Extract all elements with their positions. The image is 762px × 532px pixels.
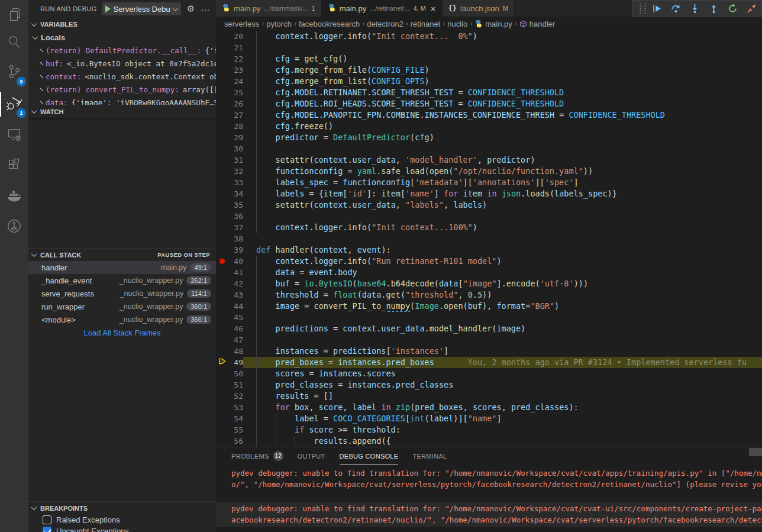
variables-scope-locals[interactable]: Locals [28,31,216,44]
gutter-glyph[interactable] [216,154,228,166]
step-out-button[interactable] [708,3,719,14]
variable-row[interactable]: context:<nuclio_sdk.context.Context obje… [28,70,216,83]
more-actions-icon[interactable]: ··· [201,4,209,14]
step-into-button[interactable] [689,3,700,14]
watch-section-header[interactable]: WATCH [28,105,216,118]
start-debug-icon[interactable] [105,5,111,12]
gutter-glyph[interactable] [216,76,228,87]
editor-tab-main-py[interactable]: main.py.../siammask/...1 [216,0,322,17]
gutter-glyph[interactable] [216,222,228,233]
variable-row[interactable]: buf:<_io.BytesIO object at 0x7f5a2dc1ecc… [28,57,216,70]
breadcrumb-item-pytorch[interactable]: pytorch [266,20,292,28]
restart-button[interactable] [727,3,738,14]
toolbar-drag-handle[interactable]: ⢸⢸⢸⢸ [637,3,643,14]
breadcrumb-item-facebookresearch[interactable]: facebookresearch [299,20,360,28]
panel-tab-debug-console[interactable]: DEBUG CONSOLE [340,447,399,465]
panel-scrollbar-thumb[interactable] [749,448,762,456]
gutter-glyph[interactable] [216,312,228,323]
panel-tab-terminal[interactable]: TERMINAL [412,447,447,465]
activity-item-resource-monitor[interactable] [0,214,28,241]
gutter-glyph[interactable] [216,177,228,188]
stack-frame-row[interactable]: serve_requests_nuclio_wrapper.py114:1 [28,287,216,300]
gutter-glyph[interactable] [216,413,228,424]
gutter-glyph[interactable] [216,65,228,76]
gutter-glyph[interactable] [216,391,228,402]
gutter-glyph[interactable] [216,402,228,413]
breakpoint-checkbox[interactable] [43,515,51,524]
activity-item-source-control[interactable]: 8 [0,59,28,86]
frame-location: _nuclio_wrapper.py114:1 [120,289,211,298]
code-token: ) [425,65,430,75]
breadcrumb-item-nuclio[interactable]: nuclio [447,20,467,28]
indent-guide [256,436,257,447]
gutter-glyph[interactable] [216,278,228,289]
step-over-button[interactable] [670,3,681,14]
activity-item-run-debug[interactable]: 1 [0,91,28,118]
editor-tab-main-py[interactable]: main.py.../retinanet/...4, M× [322,0,443,17]
activity-item-remote-explorer[interactable] [0,122,28,149]
gutter-glyph[interactable] [216,143,228,154]
close-icon[interactable]: × [431,4,436,14]
gutter-glyph[interactable] [216,323,228,334]
breadcrumb-item-detectron2[interactable]: detectron2 [367,20,403,28]
gutter-glyph[interactable] [216,121,228,132]
gutter-glyph[interactable] [216,98,228,109]
gutter-glyph[interactable] [216,166,228,177]
activity-item-files[interactable] [0,2,28,30]
gutter-glyph[interactable] [216,379,228,391]
gutter-glyph[interactable] [216,289,228,301]
gear-icon[interactable]: ⚙ [187,4,195,14]
stack-frame-row[interactable]: _handle_event_nuclio_wrapper.py262:1 [28,274,216,287]
gutter-glyph[interactable] [216,87,228,98]
gutter-glyph[interactable] [216,188,228,199]
line-number: 54 [228,413,243,424]
gutter-glyph[interactable] [216,109,228,121]
load-all-stack-frames-link[interactable]: Load All Stack Frames [28,326,216,339]
variable-row[interactable]: data:{'image': 'iVBORw0KGgoAAAANSUhE…55 [28,96,216,105]
gutter-glyph[interactable] [216,436,228,447]
disconnect-button[interactable] [746,3,757,14]
stack-frame-row[interactable]: handlermain.py49:1 [28,261,216,274]
gutter-glyph[interactable] [216,132,228,143]
breadcrumb-item-serverless[interactable]: serverless [224,20,259,28]
breadcrumb-item-main-py[interactable]: main.py [474,20,512,28]
activity-item-search[interactable] [0,30,28,57]
gutter-glyph[interactable] [216,368,228,379]
gutter-glyph[interactable] [216,334,228,346]
breakpoint-glyph[interactable] [216,256,228,267]
code-line-51: 51 pred_classes = instances.pred_classes [216,379,762,391]
gutter-glyph[interactable] [216,211,228,222]
gutter-glyph[interactable] [216,233,228,244]
code-editor[interactable]: 20 context.logger.info("Init context... … [216,31,762,447]
stack-frame-row[interactable]: run_wrapper_nuclio_wrapper.py360:1 [28,300,216,313]
gutter-glyph[interactable] [216,199,228,211]
code-token: , [458,290,467,299]
panel-tab-output[interactable]: OUTPUT [298,447,325,465]
activity-item-docker[interactable] [0,183,28,211]
stack-frame-row[interactable]: <module>_nuclio_wrapper.py366:1 [28,313,216,326]
gutter-glyph[interactable] [216,346,228,357]
breakpoint-checkbox[interactable] [43,527,51,532]
gutter-glyph[interactable] [216,53,228,65]
gutter-glyph[interactable] [216,244,228,256]
variable-row[interactable]: (return) convert_PIL_to_numpy:array([[[ … [28,83,216,96]
breakpoints-section-header[interactable]: BREAKPOINTS [28,501,216,514]
gutter-glyph[interactable] [216,424,228,436]
editor-tab-launch-json[interactable]: {}launch.jsonM [443,0,515,17]
continue-button[interactable] [651,3,662,14]
launch-config-dropdown[interactable]: Serverless Debu [102,2,181,15]
breadcrumb-item-retinanet[interactable]: retinanet [411,20,441,28]
gutter-glyph[interactable] [216,42,228,53]
breadcrumb-item-handler[interactable]: handler [519,20,555,28]
gutter-glyph[interactable] [216,301,228,312]
current-step-glyph[interactable] [216,357,228,368]
panel-tab-problems[interactable]: PROBLEMS12 [231,447,283,465]
gutter-glyph[interactable] [216,267,228,278]
line-number: 27 [228,109,243,121]
activity-item-extensions[interactable] [0,153,28,180]
variables-section-header[interactable]: VARIABLES [28,18,216,31]
variable-row[interactable]: (return) DefaultPredictor.__call__:{'ins… [28,44,216,57]
gutter-glyph[interactable] [216,31,228,42]
call-stack-section-header[interactable]: CALL STACK PAUSED ON STEP [28,248,216,261]
code-token [256,155,276,165]
